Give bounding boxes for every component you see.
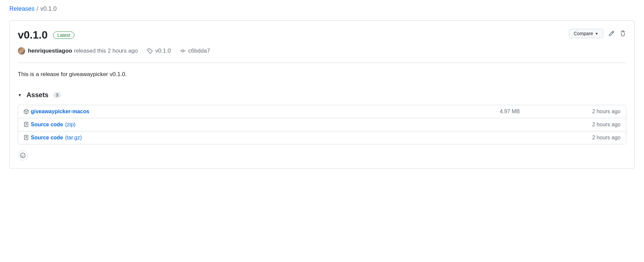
asset-time: 2 hours ago (567, 122, 621, 128)
breadcrumb: Releases / v0.1.0 (9, 5, 635, 12)
breadcrumb-current: v0.1.0 (40, 5, 57, 12)
asset-link[interactable]: giveawaypicker-macos (31, 109, 89, 115)
tag-icon (147, 48, 153, 54)
edit-button[interactable] (608, 30, 615, 37)
asset-row: Source code (zip) 2 hours ago (18, 118, 626, 131)
asset-name: Source code (tar.gz) (23, 135, 500, 141)
header-actions: Compare ▼ (569, 29, 627, 38)
commit-hash: c6bdda7 (188, 48, 210, 54)
asset-link[interactable]: Source code (31, 135, 63, 141)
asset-time: 2 hours ago (567, 109, 621, 115)
author-username[interactable]: henriquestiagoo (28, 48, 72, 54)
triangle-down-icon: ▼ (18, 93, 22, 97)
assets-toggle[interactable]: ▼ Assets 3 (18, 91, 626, 99)
package-icon (23, 109, 29, 114)
assets-count-badge: 3 (53, 92, 61, 99)
asset-link[interactable]: Source code (31, 122, 63, 128)
commit-icon (180, 48, 185, 54)
asset-format: (tar.gz) (65, 135, 82, 141)
asset-time: 2 hours ago (567, 135, 621, 141)
assets-list: giveawaypicker-macos 4.97 MB 2 hours ago… (18, 105, 626, 144)
add-reaction-button[interactable] (18, 150, 28, 160)
author-text: henriquestiagoo released this 2 hours ag… (28, 48, 138, 54)
released-time-text: released this 2 hours ago (74, 48, 138, 54)
asset-format: (zip) (65, 122, 75, 128)
pencil-icon (608, 30, 614, 37)
breadcrumb-separator: / (37, 5, 38, 12)
release-title: v0.1.0 (18, 29, 48, 41)
release-header: v0.1.0 Latest Compare ▼ (18, 29, 626, 41)
asset-name: giveawaypicker-macos (23, 109, 500, 115)
reactions (18, 150, 626, 160)
latest-badge: Latest (53, 31, 74, 39)
trash-icon (620, 30, 626, 37)
release-container: v0.1.0 Latest Compare ▼ henriquestiagoo … (9, 20, 635, 169)
assets-heading: Assets (26, 91, 49, 99)
release-meta-row: henriquestiagoo released this 2 hours ag… (18, 47, 626, 55)
delete-button[interactable] (620, 30, 626, 37)
avatar[interactable] (18, 47, 25, 55)
caret-down-icon: ▼ (595, 32, 598, 36)
compare-button[interactable]: Compare ▼ (569, 29, 604, 38)
file-zip-icon (23, 135, 29, 140)
compare-button-label: Compare (574, 31, 593, 36)
tag-name: v0.1.0 (155, 48, 171, 54)
meta-author: henriquestiagoo released this 2 hours ag… (18, 47, 138, 55)
meta-tag[interactable]: v0.1.0 (147, 48, 171, 54)
meta-commit[interactable]: c6bdda7 (180, 48, 210, 54)
asset-row: giveawaypicker-macos 4.97 MB 2 hours ago (18, 105, 626, 118)
smiley-icon (20, 153, 25, 158)
breadcrumb-releases-link[interactable]: Releases (9, 5, 35, 12)
release-body: This is a release for giveawaypicker v0.… (18, 71, 626, 78)
divider (18, 63, 626, 63)
asset-row: Source code (tar.gz) 2 hours ago (18, 131, 626, 144)
asset-size: 4.97 MB (500, 109, 567, 115)
file-zip-icon (23, 122, 29, 127)
release-title-row: v0.1.0 Latest (18, 29, 74, 41)
asset-name: Source code (zip) (23, 122, 500, 128)
